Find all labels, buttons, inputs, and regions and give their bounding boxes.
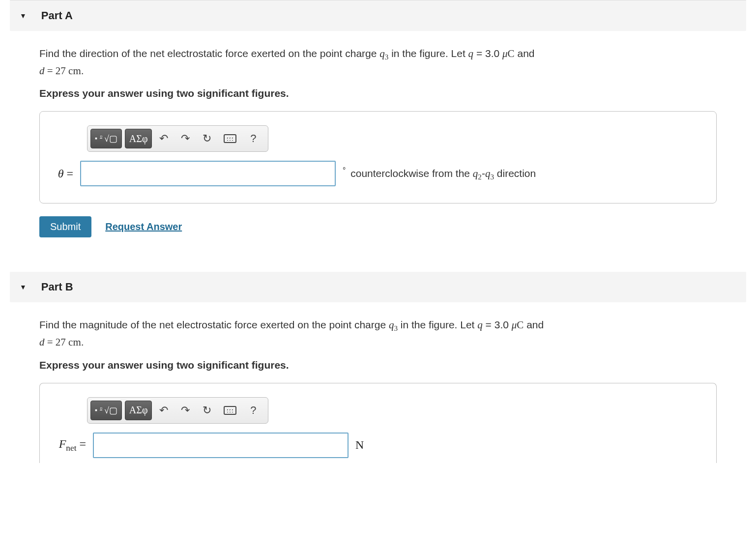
answer-line-a: θ = ° counterclockwise from the q2-q3 di… [50,161,706,186]
sub-2: 2 [478,173,482,181]
unit-mu: μ [502,48,508,59]
part-b-answer-box: ▪ ▫√▢ ΑΣφ ↶ ↷ ↻ ? Fnet = N [39,383,717,463]
eq-text: = 3.0 [483,319,512,330]
redo-button[interactable]: ↷ [175,401,195,420]
eq-text: = 3.0 [473,48,502,59]
part-a-body: Find the direction of the net electrosta… [10,31,746,257]
lhs-theta: θ = [50,167,73,180]
caret-down-icon: ▼ [20,283,27,291]
caret-down-icon: ▼ [20,12,27,20]
unit-c: C [517,319,523,331]
var-q: q [379,48,385,59]
answer-input-b[interactable] [93,433,349,458]
sqrt-icon: √▢ [104,405,117,416]
greek-button[interactable]: ΑΣφ [125,129,152,148]
period: . [81,336,84,347]
equation-toolbar: ▪ ▫√▢ ΑΣφ ↶ ↷ ↻ ? [87,125,268,152]
period: . [81,65,84,76]
unit-cm: cm [68,336,81,348]
unit-c: C [508,48,515,59]
and-text: and [523,319,544,330]
request-answer-link[interactable]: Request Answer [105,221,182,232]
eq-text: = 27 [45,336,69,348]
part-b-instruction: Express your answer using two significan… [39,359,717,371]
reset-button[interactable]: ↻ [197,401,217,420]
keyboard-button[interactable] [219,401,241,420]
hint-pre: counterclockwise from the [348,168,472,179]
answer-line-b: Fnet = N [50,433,706,458]
lhs-fnet: Fnet = [50,437,86,453]
templates-button[interactable]: ▪ ▫√▢ [90,129,122,148]
part-a-instruction: Express your answer using two significan… [39,87,717,99]
help-button[interactable]: ? [243,129,263,148]
part-b-header[interactable]: ▼ Part B [10,272,746,302]
undo-button[interactable]: ↶ [154,401,174,420]
part-a-prompt: Find the direction of the net electrosta… [39,46,717,79]
answer-input-a[interactable] [80,161,336,186]
prompt-text: in the figure. Let [388,48,468,59]
keyboard-icon [224,406,236,415]
part-a-answer-box: ▪ ▫√▢ ΑΣφ ↶ ↷ ↻ ? θ = ° counterclockwise… [39,111,717,203]
dash: - [482,168,485,179]
var-q: q [468,48,474,59]
part-a-title: Part A [41,9,73,22]
var-q: q [485,168,491,179]
template-icon: ▪ [95,135,97,143]
fraction-icon: ▫ [100,133,102,141]
keyboard-icon [224,134,236,143]
part-b-title: Part B [41,281,73,293]
equation-toolbar: ▪ ▫√▢ ΑΣφ ↶ ↷ ↻ ? [87,397,268,424]
var-q: q [477,319,483,331]
unit-mu: μ [512,319,517,331]
templates-button[interactable]: ▪ ▫√▢ [90,401,122,420]
var-q: q [473,168,478,179]
unit-cm: cm [68,65,81,77]
sub-3: 3 [394,325,398,333]
greek-button[interactable]: ΑΣφ [125,401,152,420]
sqrt-icon: √▢ [104,133,117,144]
submit-button[interactable]: Submit [39,216,91,237]
template-icon: ▪ [95,406,97,414]
part-a-header[interactable]: ▼ Part A [10,0,746,31]
unit-hint-a: ° counterclockwise from the q2-q3 direct… [343,166,536,181]
part-b-body: Find the magnitude of the net electrosta… [10,302,746,482]
prompt-text: Find the direction of the net electrosta… [39,48,379,59]
var-d: d [39,65,45,77]
var-d: d [39,336,45,348]
eq-text: = 27 [45,65,69,77]
var-q: q [389,319,394,331]
redo-button[interactable]: ↷ [175,129,195,148]
fraction-icon: ▫ [100,405,102,412]
prompt-text: Find the magnitude of the net electrosta… [39,319,389,330]
sub-3: 3 [490,173,494,181]
prompt-text: in the figure. Let [398,319,477,330]
hint-post: direction [494,168,536,179]
unit-n: N [355,438,364,452]
help-button[interactable]: ? [243,401,263,420]
degree-symbol: ° [343,166,346,174]
reset-button[interactable]: ↻ [197,129,217,148]
keyboard-button[interactable] [219,129,241,148]
undo-button[interactable]: ↶ [154,129,174,148]
part-b-prompt: Find the magnitude of the net electrosta… [39,317,717,350]
part-a-actions: Submit Request Answer [39,216,717,237]
and-text: and [515,48,535,59]
